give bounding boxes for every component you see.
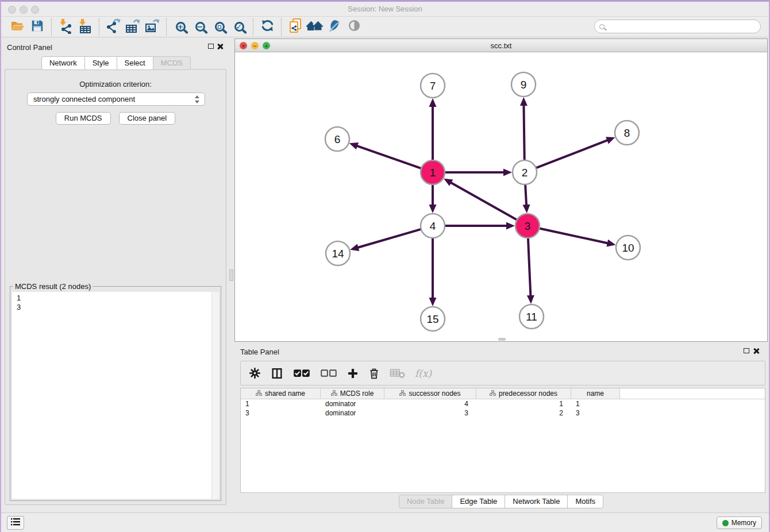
control-panel-title: Control Panel (7, 43, 52, 52)
graph-node-8[interactable]: 8 (615, 121, 639, 145)
zoom-selected-button[interactable]: ✓ (229, 18, 249, 36)
refresh-icon (260, 18, 275, 35)
column-header-predecessor-nodes[interactable]: predecessor nodes (476, 388, 571, 399)
result-scrollbar[interactable] (211, 292, 219, 499)
select-all-columns-button[interactable] (293, 368, 310, 378)
zoom-in-button[interactable]: + (171, 18, 190, 36)
open-session-button[interactable] (8, 18, 28, 36)
close-panel-icon[interactable] (217, 43, 224, 50)
column-header-mcds-role[interactable]: MCDS role (321, 388, 384, 399)
tab-network[interactable]: Network (41, 56, 85, 70)
search-box[interactable] (594, 20, 761, 33)
import-table-button[interactable] (75, 18, 95, 36)
close-panel-button[interactable]: Close panel (119, 112, 176, 125)
run-mcds-button[interactable]: Run MCDS (56, 112, 111, 125)
unselect-all-columns-button[interactable] (320, 368, 337, 378)
graph-edge-1-6[interactable] (355, 145, 421, 168)
column-header-shared-name[interactable]: shared name (241, 388, 321, 399)
graph-node-9[interactable]: 9 (511, 72, 536, 97)
table-cell[interactable]: dominator (321, 408, 384, 418)
graph-node-3[interactable]: 3 (515, 214, 540, 238)
criterion-select[interactable]: strongly connected component (27, 92, 205, 106)
tab-network-table[interactable]: Network Table (505, 495, 568, 508)
memory-button[interactable]: Memory (717, 516, 762, 529)
graph-edge-3-10[interactable] (540, 228, 610, 244)
graph-node-11[interactable]: 11 (519, 304, 544, 329)
mcds-result-box[interactable]: 13 (12, 292, 219, 499)
toolbar-separator (281, 18, 282, 36)
graph-node-label: 1 (430, 167, 436, 179)
add-column-button[interactable] (347, 368, 359, 379)
list-icon (11, 518, 20, 528)
network-window-titlebar[interactable]: × − + scc.txt (235, 39, 767, 52)
graph-node-7[interactable]: 7 (421, 74, 445, 98)
node-table[interactable]: shared nameMCDS rolesuccessor nodesprede… (240, 388, 765, 493)
save-session-button[interactable] (28, 18, 47, 36)
table-cell[interactable]: 1 (476, 399, 571, 408)
graph-edge-arrowhead (429, 298, 437, 306)
style-button[interactable] (325, 18, 344, 36)
export-network-button[interactable] (103, 18, 123, 36)
delete-column-button[interactable] (368, 367, 380, 380)
graph-node-15[interactable]: 15 (421, 307, 445, 331)
column-header-name[interactable]: name (571, 388, 620, 399)
zoom-out-button[interactable]: − (190, 18, 210, 36)
export-image-button[interactable] (143, 18, 162, 36)
export-table-button[interactable] (123, 18, 143, 36)
import-network-button[interactable] (56, 18, 75, 36)
graph-node-4[interactable]: 4 (421, 214, 445, 238)
graph-node-6[interactable]: 6 (325, 127, 349, 151)
function-builder-button[interactable]: f(x) (415, 368, 432, 379)
tab-mcds[interactable]: MCDS (153, 56, 191, 70)
graph-edge-2-3[interactable] (525, 184, 526, 207)
graph-edge-3-11[interactable] (528, 238, 531, 298)
panel-menu-button[interactable] (7, 516, 24, 530)
refresh-button[interactable] (257, 18, 277, 36)
table-cell[interactable]: dominator (321, 399, 384, 408)
column-header-label: predecessor nodes (499, 390, 557, 398)
search-input[interactable] (608, 22, 760, 31)
table-cell[interactable]: 4 (384, 399, 476, 408)
column-header-successor-nodes[interactable]: successor nodes (384, 388, 476, 399)
float-panel-icon[interactable] (208, 44, 214, 49)
tab-edge-table[interactable]: Edge Table (452, 495, 505, 508)
tab-motifs[interactable]: Motifs (567, 495, 603, 508)
table-panel-tabs: Node TableEdge TableNetwork TableMotifs (234, 495, 768, 508)
tab-style[interactable]: Style (84, 56, 117, 70)
table-settings-button[interactable] (249, 367, 261, 379)
network-canvas[interactable]: 7968124314101511 (235, 52, 767, 341)
clone-network-button[interactable] (286, 18, 305, 36)
close-table-panel-icon[interactable] (753, 348, 760, 354)
titlebar: Session: New Session (1, 2, 769, 17)
graph-node-1[interactable]: 1 (421, 160, 445, 184)
tab-select[interactable]: Select (117, 56, 153, 70)
delete-table-button[interactable] (390, 367, 405, 379)
graph-node-14[interactable]: 14 (326, 241, 350, 265)
graph-edge-3-1[interactable] (449, 182, 517, 219)
float-table-panel-icon[interactable] (744, 348, 749, 353)
table-cell[interactable]: 3 (241, 408, 321, 418)
table-row[interactable]: 3dominator323 (241, 408, 765, 418)
tab-node-table[interactable]: Node Table (399, 495, 453, 508)
table-cell[interactable]: 2 (476, 408, 571, 418)
table-cell[interactable]: 1 (241, 399, 321, 408)
home-button[interactable] (305, 18, 325, 36)
graph-edge-2-8[interactable] (536, 140, 610, 168)
import-table-icon (77, 18, 93, 36)
network-view-window: × − + scc.txt 7968124314101511 (234, 38, 768, 342)
graph-node-10[interactable]: 10 (616, 236, 640, 260)
show-hide-graphics-button[interactable] (344, 18, 364, 36)
graph-edge-4-14[interactable] (356, 229, 421, 248)
export-network-icon (105, 18, 121, 36)
panel-splitter-handle[interactable] (229, 269, 233, 281)
table-panel-title: Table Panel (240, 348, 279, 356)
table-row[interactable]: 1dominator411 (241, 399, 765, 408)
graph-node-2[interactable]: 2 (513, 160, 537, 184)
zoom-fit-button[interactable] (210, 18, 229, 36)
network-hscrollbar-thumb[interactable] (498, 338, 506, 341)
table-cell[interactable]: 1 (571, 399, 620, 408)
graph-edge-2-9[interactable] (523, 103, 524, 160)
table-cell[interactable]: 3 (571, 408, 620, 418)
split-panel-button[interactable] (271, 367, 283, 380)
table-cell[interactable]: 3 (384, 408, 476, 418)
